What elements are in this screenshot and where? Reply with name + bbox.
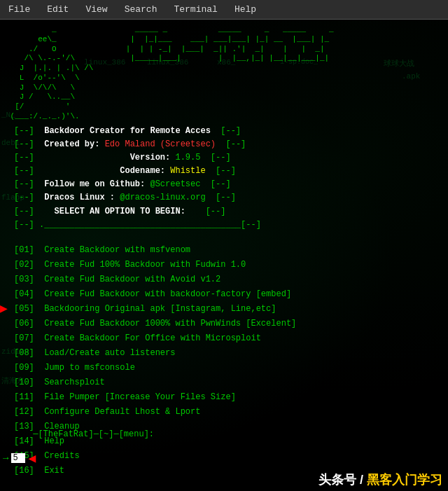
watermark-highlight: 黑客入门学习 (367, 473, 442, 487)
prompt-label: ─[TheFatRat]─[~]─[menu]: (3, 420, 445, 449)
menu-item-10: [10] Searchsploit (14, 375, 434, 390)
menu-search[interactable]: Search (122, 3, 160, 16)
info-title-line: [--] Backdoor Creator for Remote Acces [… (14, 125, 434, 138)
prompt-arrow-icon: → (3, 452, 8, 464)
info-version-line: [--] Version: 1.9.5 [--] (14, 151, 434, 165)
menu-edit[interactable]: Edit (44, 3, 71, 16)
info-box: [--] Backdoor Creator for Remote Acces [… (14, 125, 434, 233)
info-codename-line: [--] Codename: Whistle [--] (14, 165, 434, 178)
red-arrow-prompt-icon: ◀ (28, 450, 36, 466)
menu-item-11: [11] File Pumper [Increase Your Files Si… (14, 390, 434, 405)
terminal-window: linux_386 linux_386 x86_ 球球大战 .apk _N_ d… (0, 20, 448, 491)
info-dracos-line: [--] Dracos Linux : @dracos-linux.org [-… (14, 191, 434, 205)
info-select-line: [--] SELECT AN OPTION TO BEGIN: [--] (14, 205, 434, 219)
menu-item-01: [01] Create Backdoor with msfvenom (14, 243, 434, 258)
prompt-input-line: → ◀ (3, 450, 445, 466)
prompt-input[interactable] (11, 453, 25, 463)
ascii-art: _ _____ _ _____ _ _____ _ ee\_ | |_|___ … (0, 22, 448, 122)
menu-terminal[interactable]: Terminal (171, 3, 220, 16)
menu-bar: File Edit View Search Terminal Help (0, 0, 448, 20)
info-author-line: [--] Created by: Edo Maland (Screetsec) … (14, 138, 434, 151)
menu-item-02: [02] Create Fud 100% Backdoor with Fudwi… (14, 258, 434, 272)
info-github-line: [--] Follow me on Github: @Screetsec [--… (14, 178, 434, 191)
menu-item-04: [04] Create Fud Backdoor with backdoor-f… (14, 287, 434, 302)
red-arrow-icon: ▶ (0, 298, 8, 321)
menu-item-12: [12] Configure Default Lhost & Lport (14, 405, 434, 420)
info-divider-line: [--] .__________________________________… (14, 219, 434, 232)
menu-help[interactable]: Help (232, 3, 259, 16)
prompt-area: ─[TheFatRat]─[~]─[menu]: → ◀ (0, 420, 448, 466)
menu-item-08: [08] Load/Create auto listeners (14, 346, 434, 361)
menu-item-09: [09] Jump to msfconsole (14, 361, 434, 375)
menu-item-03: [03] Create Fud Backdoor with Avoid v1.2 (14, 272, 434, 287)
terminal-content: _ _____ _ _____ _ _____ _ ee\_ | |_|___ … (0, 20, 448, 481)
menu-item-06: [06] Create Fud Backdoor 1000% with PwnW… (14, 317, 434, 331)
menu-item-05: ▶ [05] Backdooring Original apk [Instagr… (14, 302, 434, 317)
menu-file[interactable]: File (6, 3, 33, 16)
menu-view[interactable]: View (83, 3, 110, 16)
watermark: 头条号 / 黑客入门学习 (318, 471, 442, 488)
menu-item-07: [07] Create Backdoor For Office with Mic… (14, 331, 434, 346)
